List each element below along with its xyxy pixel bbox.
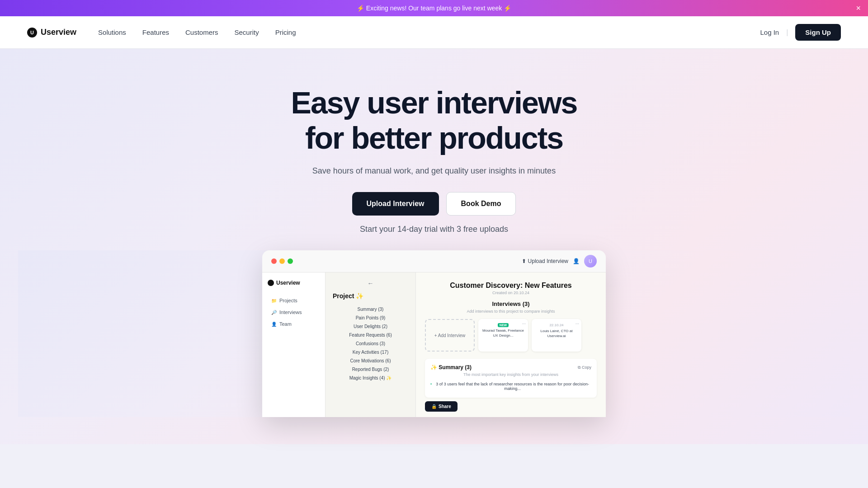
project-item-featurerequests[interactable]: Feature Requests (6) xyxy=(333,331,408,339)
add-interview-label: + Add Interview xyxy=(434,333,466,338)
book-demo-button[interactable]: Book Demo xyxy=(446,192,516,216)
main-content: ← Project ✨ Summary (3) Pain Points (9) … xyxy=(326,272,606,417)
login-link[interactable]: Log In xyxy=(760,28,779,36)
hero-subheading: Save hours of manual work, and get quali… xyxy=(18,166,850,176)
detail-created: Created on 20.10.24 xyxy=(425,291,597,295)
nav-link-security[interactable]: Security xyxy=(235,28,259,36)
team-icon: 👤 xyxy=(271,322,277,327)
lock-icon: 🔒 xyxy=(431,404,437,409)
sidebar-item-team[interactable]: 👤 Team xyxy=(268,319,320,329)
interview-card-1[interactable]: NEW ··· Mourad Tawak, Freelance UX Desig… xyxy=(478,319,528,352)
interview-name-2: Louis Lainé, CTO at Userview.ai xyxy=(535,329,578,338)
browser-actions: ⬆ Upload Interview 👤 U xyxy=(522,255,597,267)
summary-card-title: ✨ Summary (3) xyxy=(430,364,472,371)
signup-button[interactable]: Sign Up xyxy=(795,24,841,41)
project-item-reportedbugs[interactable]: Reported Bugs (2) xyxy=(333,365,408,374)
announcement-text: ⚡ Exciting news! Our team plans go live … xyxy=(357,5,511,12)
topbar-upload-label: Upload Interview xyxy=(528,258,568,264)
nav-link-features[interactable]: Features xyxy=(142,28,169,36)
folder-icon: 📁 xyxy=(271,298,277,303)
sidebar-item-projects[interactable]: 📁 Projects xyxy=(268,295,320,306)
project-item-keyactivities[interactable]: Key Activities (17) xyxy=(333,348,408,357)
copy-icon: ⧉ xyxy=(578,365,580,370)
project-item-magicinsights[interactable]: Magic Insights (4) ✨ xyxy=(333,374,408,382)
topbar-upload-button[interactable]: ⬆ Upload Interview xyxy=(522,258,568,264)
logo-icon: U xyxy=(27,28,37,38)
sidebar-logo-icon xyxy=(268,280,274,286)
nav-right: Log In | Sign Up xyxy=(760,24,841,41)
hero-heading-line1: Easy user interviews xyxy=(291,85,577,120)
summary-card: ✨ Summary (3) ⧉ Copy The most important … xyxy=(425,359,597,398)
badge-new-1: NEW xyxy=(498,323,509,327)
project-item-summary[interactable]: Summary (3) xyxy=(333,305,408,314)
card-menu-2[interactable]: ··· xyxy=(576,321,579,326)
dot-yellow xyxy=(279,258,285,264)
dot-green xyxy=(288,258,293,264)
logo-text: Userview xyxy=(41,28,76,37)
share-button[interactable]: 🔒 Share xyxy=(425,401,458,412)
topbar-avatar[interactable]: U xyxy=(584,255,597,267)
project-title: Project ✨ xyxy=(333,292,408,300)
sidebar-logo: Userview xyxy=(268,280,320,286)
detail-title: Customer Discovery: New Features xyxy=(425,282,597,290)
nav-link-customers[interactable]: Customers xyxy=(185,28,218,36)
nav-item-customers[interactable]: Customers xyxy=(185,28,218,37)
summary-item-1: 3 of 3 users feel that the lack of resea… xyxy=(430,380,591,392)
nav-divider: | xyxy=(786,28,788,37)
card-menu-1[interactable]: ··· xyxy=(522,321,526,326)
project-item-painpoints[interactable]: Pain Points (9) xyxy=(333,314,408,322)
nav-item-security[interactable]: Security xyxy=(235,28,259,37)
browser-dots xyxy=(271,258,293,264)
trial-text: Start your 14-day trial with 3 free uplo… xyxy=(18,225,850,234)
nav-link-solutions[interactable]: Solutions xyxy=(98,28,126,36)
nav-link-pricing[interactable]: Pricing xyxy=(275,28,296,36)
interviews-hint: Add interviews to this project to compar… xyxy=(425,309,597,314)
project-item-confusions[interactable]: Confusions (3) xyxy=(333,339,408,348)
logo-link[interactable]: U Userview xyxy=(27,28,76,38)
navigation: U Userview Solutions Features Customers … xyxy=(0,16,868,49)
detail-panel: Customer Discovery: New Features Created… xyxy=(416,272,606,417)
nav-links: Solutions Features Customers Security Pr… xyxy=(98,28,296,37)
browser-topbar: ⬆ Upload Interview 👤 U xyxy=(262,250,606,272)
hero-heading: Easy user interviews for better products xyxy=(18,85,850,155)
project-item-userdelights[interactable]: User Delights (2) xyxy=(333,322,408,331)
project-panel: ← Project ✨ Summary (3) Pain Points (9) … xyxy=(326,272,416,417)
topbar-user-icon: 👤 xyxy=(573,258,580,264)
close-banner-button[interactable]: × xyxy=(856,4,861,12)
summary-card-header: ✨ Summary (3) ⧉ Copy xyxy=(430,364,591,371)
nav-item-solutions[interactable]: Solutions xyxy=(98,28,126,37)
browser-frame: ⬆ Upload Interview 👤 U Userview 📁 xyxy=(262,250,606,417)
copy-label: Copy xyxy=(582,365,591,370)
nav-item-features[interactable]: Features xyxy=(142,28,169,37)
sidebar-label-interviews: Interviews xyxy=(279,310,302,315)
hero-section: Easy user interviews for better products… xyxy=(0,49,868,444)
interview-card-2[interactable]: 22.10.24 ··· Louis Lainé, CTO at Uservie… xyxy=(532,319,581,352)
announcement-banner: ⚡ Exciting news! Our team plans go live … xyxy=(0,0,868,16)
interview-date-2: 22.10.24 xyxy=(549,323,563,327)
share-label: Share xyxy=(439,404,451,409)
sidebar-logo-text: Userview xyxy=(276,280,300,286)
sidebar-label-team: Team xyxy=(279,321,292,327)
hero-heading-line2: for better products xyxy=(305,121,563,155)
interview-name-1: Mourad Tawak, Freelance UX Design... xyxy=(482,328,524,338)
nav-left: U Userview Solutions Features Customers … xyxy=(27,28,296,38)
project-item-coremotivations[interactable]: Core Motivations (6) xyxy=(333,357,408,365)
app-preview: ⬆ Upload Interview 👤 U Userview 📁 xyxy=(18,250,850,417)
summary-hint: The most important key insights from you… xyxy=(430,372,591,377)
nav-item-pricing[interactable]: Pricing xyxy=(275,28,296,37)
add-interview-card[interactable]: + Add Interview xyxy=(425,319,475,352)
upload-icon: ⬆ xyxy=(522,258,526,264)
copy-button[interactable]: ⧉ Copy xyxy=(578,365,591,370)
app-layout: Userview 📁 Projects 🔎 Interviews 👤 Team xyxy=(262,272,606,417)
interviews-icon: 🔎 xyxy=(271,310,277,315)
sidebar: Userview 📁 Projects 🔎 Interviews 👤 Team xyxy=(262,272,326,417)
sidebar-item-interviews[interactable]: 🔎 Interviews xyxy=(268,307,320,318)
back-button[interactable]: ← xyxy=(333,280,408,287)
hero-buttons: Upload Interview Book Demo xyxy=(18,192,850,216)
interviews-row: + Add Interview NEW ··· Mourad Tawak, Fr… xyxy=(425,319,597,352)
sidebar-label-projects: Projects xyxy=(279,298,297,303)
interviews-section-title: Interviews (3) xyxy=(425,300,597,307)
dot-red xyxy=(271,258,277,264)
upload-interview-button[interactable]: Upload Interview xyxy=(352,192,439,216)
